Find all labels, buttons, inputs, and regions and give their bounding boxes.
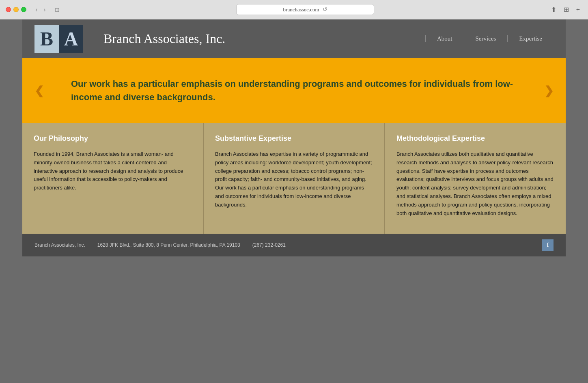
- logo-a-letter: A: [59, 25, 83, 53]
- content-panels: Our Philosophy Founded in 1994, Branch A…: [22, 123, 566, 234]
- website-wrapper: B A Branch Associates, Inc. About Servic…: [22, 19, 566, 256]
- browser-nav-buttons: ‹ ›: [33, 5, 48, 14]
- panel-substantive: Substantive Expertise Branch Associates …: [204, 123, 385, 234]
- traffic-lights: [6, 7, 26, 12]
- footer-address: 1628 JFK Blvd., Suite 800, 8 Penn Center…: [97, 242, 240, 248]
- panel-philosophy: Our Philosophy Founded in 1994, Branch A…: [22, 123, 204, 234]
- maximize-button[interactable]: [21, 7, 26, 12]
- nav-about[interactable]: About: [425, 35, 464, 42]
- nav-expertise[interactable]: Expertise: [507, 35, 554, 42]
- panel-philosophy-title: Our Philosophy: [34, 134, 192, 143]
- hero-next-arrow[interactable]: ❯: [544, 84, 554, 97]
- tab-manager-button[interactable]: ⊞: [561, 4, 571, 15]
- footer-company: Branch Associates, Inc.: [34, 242, 85, 248]
- panel-substantive-title: Substantive Expertise: [215, 134, 373, 143]
- minimize-button[interactable]: [13, 7, 19, 12]
- footer-phone: (267) 232-0261: [252, 242, 286, 248]
- hero-prev-arrow[interactable]: ❮: [34, 84, 44, 97]
- new-tab-button[interactable]: +: [574, 5, 582, 15]
- hero-banner: ❮ Our work has a particular emphasis on …: [22, 58, 566, 123]
- panel-substantive-body: Branch Associates has expertise in a var…: [215, 150, 373, 209]
- browser-chrome: ‹ › ⊡ branchassoc.com ↺ ⬆ ⊞ +: [0, 0, 588, 19]
- url-text: branchassoc.com: [283, 6, 319, 13]
- main-nav: About Services Expertise: [425, 35, 554, 42]
- panel-methodological-title: Methodological Expertise: [396, 134, 554, 143]
- site-header: B A Branch Associates, Inc. About Servic…: [22, 19, 566, 58]
- facebook-link[interactable]: f: [542, 239, 554, 251]
- window-icon-button[interactable]: ⊡: [52, 6, 62, 14]
- hero-text: Our work has a particular emphasis on un…: [71, 77, 517, 104]
- toolbar-right: ⬆ ⊞ +: [549, 4, 582, 15]
- share-button[interactable]: ⬆: [549, 4, 559, 15]
- panel-methodological-body: Branch Associates utilizes both qualitat…: [396, 150, 554, 217]
- back-button[interactable]: ‹: [33, 5, 40, 14]
- close-button[interactable]: [6, 7, 11, 12]
- footer-info: Branch Associates, Inc. 1628 JFK Blvd., …: [34, 242, 286, 248]
- logo-block: B A: [34, 25, 83, 53]
- forward-button[interactable]: ›: [41, 5, 48, 14]
- panel-philosophy-body: Founded in 1994, Branch Associates is a …: [34, 150, 192, 192]
- address-bar-container: branchassoc.com ↺: [66, 4, 545, 15]
- nav-services[interactable]: Services: [464, 35, 508, 42]
- site-title: Branch Associates, Inc.: [103, 31, 425, 46]
- panel-methodological: Methodological Expertise Branch Associat…: [385, 123, 566, 234]
- address-bar[interactable]: branchassoc.com ↺: [236, 4, 374, 15]
- logo-b-letter: B: [34, 25, 59, 53]
- site-footer: Branch Associates, Inc. 1628 JFK Blvd., …: [22, 234, 566, 256]
- reload-icon[interactable]: ↺: [323, 6, 327, 13]
